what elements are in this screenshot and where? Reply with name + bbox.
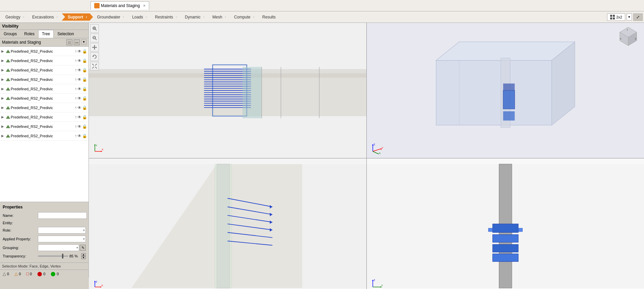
tree-item-lock-3[interactable]: 🔒 [82, 77, 87, 82]
tree-item-eye-1[interactable]: 👁 [77, 58, 81, 63]
tree-item-up-0[interactable]: ↑ [75, 49, 77, 54]
prop-applied-select[interactable] [38, 236, 86, 242]
nav-cube[interactable]: T S E [617, 26, 640, 48]
tree-item-eye-8[interactable]: 👁 [77, 124, 81, 129]
mat-scroll-down-btn[interactable]: ▼ [81, 39, 86, 45]
layout-expand-button[interactable]: ⤢ [633, 13, 643, 21]
tree-item-up-8[interactable]: ↑ [75, 124, 77, 129]
tree-item-label-5: Predefined_RS2_Predivic [11, 96, 75, 100]
tree-item-8[interactable]: ▶ Predefined_RS2_Predivic ↑ 👁 🔒 [0, 122, 89, 131]
tree-item-3[interactable]: ▶ Predefined_RS2_Predivic ↑ 👁 🔒 [0, 75, 89, 84]
viewport-top-left[interactable]: Y X [89, 23, 366, 158]
nav-loads[interactable]: Loads › [128, 13, 151, 21]
tree-item-lock-2[interactable]: 🔒 [82, 68, 87, 73]
tree-item-eye-9[interactable]: 👁 [77, 134, 81, 138]
nav-excavations[interactable]: Excavations › [28, 13, 62, 21]
tree-item-eye-4[interactable]: 👁 [77, 87, 81, 91]
tree-item-eye-5[interactable]: 👁 [77, 96, 81, 101]
tree-item-eye-0[interactable]: 👁 [77, 49, 81, 54]
vp-fit-btn[interactable] [90, 62, 99, 70]
prop-role-select-wrap [38, 227, 86, 234]
app-tab[interactable]: Materials and Staging × [91, 1, 149, 10]
tree-expand-1[interactable]: ▶ [1, 59, 5, 62]
mat-collapse-btn[interactable]: — [74, 39, 80, 45]
tree-expand-7[interactable]: ▶ [1, 115, 5, 119]
tree-item-2[interactable]: ▶ Predefined_RS2_Predivic ↑ 👁 🔒 [0, 65, 89, 75]
prop-grouping-edit-btn[interactable]: ✎ [80, 245, 86, 251]
layout-dropdown[interactable]: ▾ [627, 13, 632, 20]
tree-item-6[interactable]: ▶ Predefined_RS2_Predivic ↑ 👁 🔒 [0, 103, 89, 112]
tree-item-9[interactable]: ▶ Predefined_RS2_Predivic ↑ 👁 🔒 [0, 131, 89, 141]
tree-item-lock-8[interactable]: 🔒 [82, 124, 87, 129]
nav-mesh[interactable]: Mesh › [209, 13, 230, 21]
tree-item-eye-3[interactable]: 👁 [77, 77, 81, 82]
tree-item-4[interactable]: ▶ Predefined_RS2_Predivic ↑ 👁 🔒 [0, 84, 89, 94]
nav-results[interactable]: Results [258, 13, 280, 21]
nav-support-label: Support [68, 15, 83, 19]
prop-transparency-down[interactable]: ▼ [81, 256, 86, 259]
tree-expand-4[interactable]: ▶ [1, 87, 5, 91]
nav-dynamic[interactable]: Dynamic › [181, 13, 209, 21]
tree-item-lock-7[interactable]: 🔒 [82, 115, 87, 119]
tree-item-up-3[interactable]: ↑ [75, 77, 77, 82]
nav-support[interactable]: Support › [62, 13, 93, 21]
viewport-bottom-left[interactable]: Z X [89, 158, 366, 289]
tree-expand-0[interactable]: ▶ [1, 49, 5, 53]
tree-item-lock-9[interactable]: 🔒 [82, 134, 87, 138]
vp-zoom-extents-btn[interactable] [90, 24, 99, 33]
svg-rect-2 [610, 17, 612, 19]
tree-item-eye-7[interactable]: 👁 [77, 115, 81, 119]
tree-item-up-5[interactable]: ↑ [75, 96, 77, 101]
tree-item-up-4[interactable]: ↑ [75, 87, 77, 91]
tree-expand-9[interactable]: ▶ [1, 134, 5, 138]
tree-item-lock-5[interactable]: 🔒 [82, 96, 87, 101]
nav-groundwater[interactable]: Groundwater › [93, 13, 128, 21]
prop-role-select[interactable] [38, 227, 86, 234]
nav-compute[interactable]: Compute › [230, 13, 258, 21]
tree-item-up-2[interactable]: ↑ [75, 68, 77, 73]
tree-item-up-1[interactable]: ↑ [75, 58, 77, 63]
vp-pan-btn[interactable] [90, 43, 99, 52]
tree-item-lock-0[interactable]: 🔒 [82, 49, 87, 54]
tree-item-7[interactable]: ▶ Predefined_RS2_Predivic ↑ 👁 🔒 [0, 112, 89, 122]
tree-item-eye-2[interactable]: 👁 [77, 68, 81, 73]
tree-expand-5[interactable]: ▶ [1, 96, 5, 100]
tree-item-eye-6[interactable]: 👁 [77, 105, 81, 110]
tree-item-up-9[interactable]: ↑ [75, 134, 77, 138]
nav-restraints[interactable]: Restraints › [151, 13, 181, 21]
vp-zoom-btn[interactable] [90, 34, 99, 42]
tree-expand-6[interactable]: ▶ [1, 106, 5, 109]
tree-item-5[interactable]: ▶ Predefined_RS2_Predivic ↑ 👁 🔒 [0, 94, 89, 103]
vp-rotate-btn[interactable] [90, 52, 99, 61]
tree-item-0[interactable]: ▶ Predefined_RS2_Predivic ↑ 👁 🔒 [0, 47, 89, 56]
tree-list[interactable]: ▶ Predefined_RS2_Predivic ↑ 👁 🔒 ▶ Predef… [0, 47, 89, 202]
svg-text:S: S [620, 38, 622, 40]
mat-expand-btn[interactable]: □ [66, 39, 72, 45]
prop-transparency-thumb[interactable] [62, 254, 63, 258]
tab-groups[interactable]: Groups [0, 30, 20, 38]
tree-item-lock-6[interactable]: 🔒 [82, 105, 87, 110]
tab-tree[interactable]: Tree [38, 30, 54, 38]
prop-transparency-value: 85 % [69, 254, 81, 258]
svg-rect-130 [492, 224, 518, 232]
tree-item-up-6[interactable]: ↑ [75, 105, 77, 110]
tree-item-1[interactable]: ▶ Predefined_RS2_Predivic ↑ 👁 🔒 [0, 56, 89, 65]
prop-transparency-up[interactable]: ▲ [81, 253, 86, 256]
tree-expand-8[interactable]: ▶ [1, 125, 5, 128]
tab-roles[interactable]: Roles [20, 30, 38, 38]
nav-geology[interactable]: Geology › [1, 13, 28, 21]
tree-expand-3[interactable]: ▶ [1, 78, 5, 81]
tree-item-up-7[interactable]: ↑ [75, 115, 77, 119]
viewport-bottom-right[interactable]: Z Y [367, 158, 644, 289]
prop-transparency-slider[interactable] [38, 255, 68, 257]
prop-name-input[interactable] [38, 212, 87, 219]
layout-grid-button[interactable]: 2x2 [607, 13, 625, 21]
prop-grouping-select[interactable] [38, 244, 79, 251]
tree-expand-2[interactable]: ▶ [1, 68, 5, 72]
tree-item-lock-4[interactable]: 🔒 [82, 87, 87, 91]
tree-item-lock-1[interactable]: 🔒 [82, 58, 87, 63]
visibility-title: Visibility [2, 24, 18, 29]
tab-selection[interactable]: Selection [54, 30, 77, 38]
app-tab-close[interactable]: × [143, 3, 145, 8]
viewport-top-right[interactable]: T S E [367, 23, 644, 158]
